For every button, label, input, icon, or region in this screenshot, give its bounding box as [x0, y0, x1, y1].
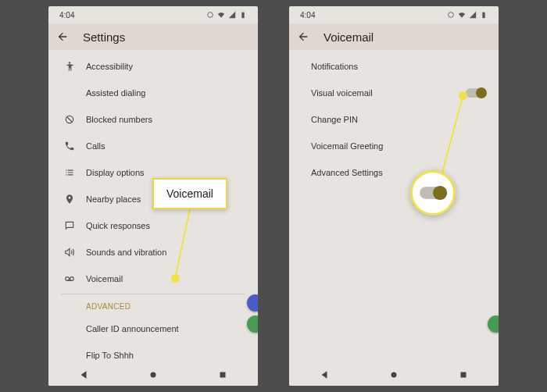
accessibility-icon — [64, 61, 86, 72]
svg-rect-13 — [461, 372, 467, 378]
settings-list: Accessibility Assisted dialing Blocked n… — [48, 50, 258, 369]
app-bar: Voicemail — [289, 23, 499, 50]
sound-icon — [64, 247, 86, 258]
app-bar: Settings — [48, 23, 258, 50]
nav-recents-icon[interactable] — [217, 369, 228, 380]
signal-icon — [228, 11, 236, 19]
svg-rect-9 — [220, 372, 226, 378]
status-icons — [206, 11, 247, 19]
svg-point-6 — [70, 277, 74, 281]
list-icon — [64, 167, 86, 178]
row-voicemail-greeting[interactable]: Voicemail Greeting — [289, 133, 499, 159]
row-label: Calls — [86, 141, 245, 151]
advanced-header: ADVANCED — [48, 294, 258, 315]
row-blocked-numbers[interactable]: Blocked numbers — [48, 106, 258, 133]
row-caller-id[interactable]: Caller ID announcement — [48, 315, 258, 342]
row-voicemail[interactable]: Voicemail — [48, 265, 258, 292]
row-quick-responses[interactable]: Quick responses — [48, 212, 258, 239]
row-sounds-vibration[interactable]: Sounds and vibration — [48, 239, 258, 265]
nav-recents-icon[interactable] — [458, 369, 469, 380]
row-label: Accessibility — [86, 62, 245, 71]
row-change-pin[interactable]: Change PIN — [289, 106, 499, 133]
phone-icon — [64, 141, 86, 151]
clock: 4:04 — [300, 11, 315, 20]
svg-line-4 — [67, 117, 73, 123]
circle-icon — [206, 11, 214, 19]
navigation-bar — [48, 364, 258, 386]
navigation-bar — [289, 364, 499, 386]
row-visual-voicemail[interactable]: Visual voicemail — [289, 80, 499, 106]
svg-point-10 — [449, 12, 454, 18]
row-label: Flip To Shhh — [86, 351, 245, 360]
row-label: Visual voicemail — [311, 88, 466, 98]
row-label: Voicemail — [86, 274, 245, 283]
location-icon — [64, 194, 86, 205]
blocked-icon — [64, 114, 86, 125]
row-label: Display options — [86, 168, 245, 177]
back-icon[interactable] — [56, 30, 69, 43]
message-icon — [64, 220, 86, 231]
row-notifications[interactable]: Notifications — [289, 53, 499, 80]
toggle-zoomed — [420, 187, 446, 199]
highlight-marker — [459, 91, 467, 100]
page-title: Voicemail — [324, 30, 374, 44]
row-label: Assisted dialing — [86, 88, 245, 98]
row-label: Advanced Settings — [311, 168, 486, 177]
svg-point-8 — [150, 372, 156, 378]
svg-point-12 — [391, 372, 396, 378]
status-icons — [447, 11, 488, 19]
svg-rect-1 — [241, 12, 244, 19]
row-label: Change PIN — [311, 115, 486, 124]
phone-voicemail: 4:04 Voicemail Notifications Visual voic… — [289, 6, 499, 386]
back-icon[interactable] — [297, 30, 309, 43]
voicemail-list: Notifications Visual voicemail Change PI… — [289, 50, 499, 186]
zoom-toggle — [410, 170, 456, 216]
wifi-icon — [458, 11, 466, 19]
signal-icon — [469, 11, 477, 19]
battery-icon — [239, 11, 247, 19]
nav-home-icon[interactable] — [148, 369, 159, 380]
svg-point-2 — [69, 62, 70, 63]
svg-point-0 — [208, 12, 213, 18]
voicemail-icon — [64, 273, 86, 284]
battery-icon — [480, 11, 488, 19]
nav-home-icon[interactable] — [388, 369, 399, 380]
svg-rect-11 — [482, 12, 484, 19]
status-bar: 4:04 — [289, 6, 499, 23]
row-advanced-settings[interactable]: Advanced Settings — [289, 159, 499, 186]
svg-point-5 — [66, 277, 70, 281]
fab-green[interactable] — [488, 315, 499, 333]
nav-back-icon[interactable] — [78, 369, 89, 380]
callout-text: Voicemail — [166, 187, 213, 200]
phone-settings: 4:04 Settings Accessibility Assisted dia… — [48, 6, 258, 386]
nav-back-icon[interactable] — [319, 369, 330, 380]
page-title: Settings — [83, 30, 125, 44]
row-accessibility[interactable]: Accessibility — [48, 53, 258, 80]
status-bar: 4:04 — [48, 6, 258, 23]
wifi-icon — [217, 11, 225, 19]
row-assisted-dialing[interactable]: Assisted dialing — [48, 80, 258, 106]
row-label: Blocked numbers — [86, 115, 245, 124]
visual-voicemail-toggle[interactable] — [466, 88, 486, 98]
row-label: Quick responses — [86, 221, 245, 230]
clock: 4:04 — [59, 11, 74, 20]
circle-icon — [447, 11, 455, 19]
callout-voicemail: Voicemail — [152, 178, 227, 209]
row-label: Notifications — [311, 62, 486, 71]
row-label: Sounds and vibration — [86, 248, 245, 257]
row-label: Caller ID announcement — [86, 324, 245, 333]
row-calls[interactable]: Calls — [48, 133, 258, 159]
row-label: Voicemail Greeting — [311, 141, 486, 151]
